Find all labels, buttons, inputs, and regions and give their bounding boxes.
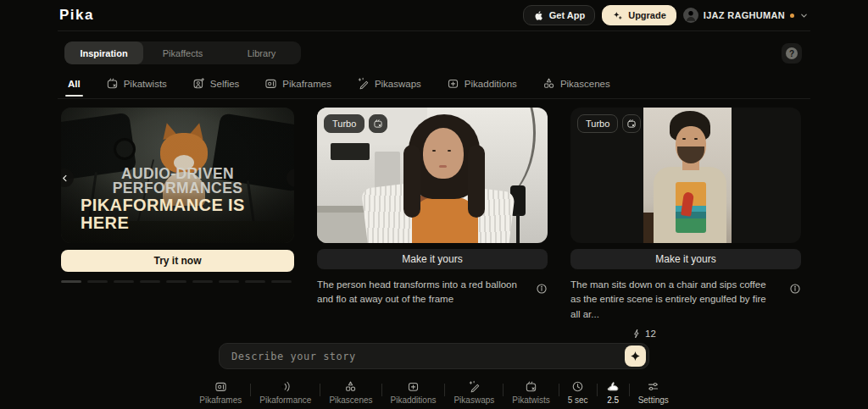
carousel-dot[interactable] — [245, 280, 265, 283]
eyes-3 — [682, 138, 686, 140]
filter-divider — [58, 98, 810, 99]
selfies-icon — [192, 77, 205, 90]
add-image-button[interactable] — [603, 350, 616, 363]
pikatwists-badge-icon — [369, 114, 387, 133]
example-card-1: Turbo Make it yours The person head tran… — [317, 108, 548, 339]
carousel-dot[interactable] — [61, 280, 81, 283]
example-description: The man sits down on a chair and sips co… — [570, 278, 772, 322]
user-name: IJAZ RAGHUMAN — [704, 10, 785, 20]
example-video-1[interactable]: Turbo — [317, 108, 548, 243]
carousel-dot[interactable] — [114, 280, 134, 283]
tool-pikascenes[interactable]: Pikascenes — [320, 379, 381, 406]
carousel-dot[interactable] — [87, 280, 108, 283]
lips — [439, 165, 447, 168]
make-it-yours-button[interactable]: Make it yours — [317, 249, 548, 269]
example-video-2[interactable]: Turbo — [570, 108, 801, 243]
tool-pikadditions[interactable]: Pikadditions — [382, 379, 445, 406]
inspiration-cards: AUDIO-DRIVEN PERFORMANCES PIKAFORMANCE I… — [61, 108, 810, 339]
example-description: The person head transforms into a red ba… — [317, 278, 519, 307]
generate-button[interactable] — [625, 345, 646, 367]
pika-logo[interactable]: Pika — [59, 7, 94, 24]
model-label: 2.5 — [607, 395, 619, 405]
credits-value: 12 — [645, 329, 656, 339]
example-card-2: Turbo Make it yours The man sits down on… — [570, 108, 801, 339]
tab-library[interactable]: Library — [222, 41, 301, 64]
pikatwists-icon — [106, 77, 119, 90]
duration-label: 5 sec — [568, 395, 588, 405]
carousel-dot[interactable] — [219, 280, 239, 283]
tab-segmented-control: Inspiration Pikaffects Library — [64, 41, 301, 64]
carousel-dot[interactable] — [271, 280, 292, 283]
tab-inspiration[interactable]: Inspiration — [64, 41, 143, 64]
filter-selfies[interactable]: Selfies — [192, 77, 240, 90]
filter-pikatwists-label: Pikatwists — [124, 79, 167, 89]
rabbit-icon — [606, 380, 620, 393]
settings-label: Settings — [638, 395, 669, 405]
credits-cost: 12 — [632, 329, 801, 339]
carousel-dot[interactable] — [140, 280, 160, 283]
carousel-progress-dots[interactable] — [61, 280, 294, 283]
try-it-now-button[interactable]: Try it now — [61, 250, 294, 272]
promo-video-thumbnail[interactable]: AUDIO-DRIVEN PERFORMANCES PIKAFORMANCE I… — [61, 108, 294, 243]
help-button[interactable]: ? — [782, 43, 802, 64]
hair-lock-right — [468, 145, 485, 218]
filter-pikascenes-label: Pikascenes — [560, 79, 610, 89]
carousel-dot[interactable] — [166, 280, 186, 283]
info-icon[interactable] — [789, 283, 801, 295]
floor-lamp-pole — [516, 214, 520, 243]
pikascenes-icon — [344, 380, 357, 393]
tool-pikaframes[interactable]: Pikaframes — [191, 379, 250, 406]
turbo-badge: Turbo — [577, 114, 618, 133]
turbo-badge: Turbo — [324, 114, 364, 133]
filter-pikascenes[interactable]: Pikascenes — [542, 77, 610, 90]
pikadditions-icon — [407, 380, 420, 393]
filter-all[interactable]: All — [68, 79, 81, 89]
get-app-label: Get App — [549, 10, 585, 20]
tool-label: Pikadditions — [391, 395, 437, 405]
story-prompt-input[interactable] — [220, 351, 603, 362]
filter-selfies-label: Selfies — [210, 79, 240, 89]
microwave — [331, 143, 370, 160]
badges-row: Turbo — [324, 114, 387, 133]
upgrade-button[interactable]: Upgrade — [602, 5, 676, 25]
hair-lock-left — [403, 145, 420, 218]
filter-pikaframes[interactable]: Pikaframes — [264, 77, 331, 90]
user-menu[interactable]: IJAZ RAGHUMAN — [683, 8, 809, 23]
promo-headline-line2: PERFORMANCES — [61, 181, 294, 196]
model-selector[interactable]: 2.5 — [598, 379, 629, 406]
promo-headline: AUDIO-DRIVEN PERFORMANCES PIKAFORMANCE I… — [61, 167, 294, 231]
filter-pikatwists[interactable]: Pikatwists — [106, 77, 167, 90]
tool-pikaformance[interactable]: Pikaformance — [251, 379, 320, 406]
info-icon[interactable] — [536, 283, 548, 295]
tool-pikaswaps[interactable]: Pikaswaps — [445, 379, 503, 406]
apple-icon — [533, 10, 544, 21]
description-row: The person head transforms into a red ba… — [317, 278, 548, 307]
filter-pikadditions[interactable]: Pikadditions — [447, 77, 517, 90]
make-it-yours-button[interactable]: Make it yours — [570, 249, 801, 269]
avatar — [683, 8, 698, 23]
main-content: Inspiration Pikaffects Library ? All Pik… — [58, 30, 810, 409]
header-actions: Get App Upgrade IJAZ RAGHUMAN — [523, 5, 809, 25]
tab-pikaffects[interactable]: Pikaffects — [143, 41, 222, 64]
filter-pikaswaps[interactable]: Pikaswaps — [357, 77, 421, 90]
settings-button[interactable]: Settings — [630, 379, 677, 406]
pikaswaps-icon — [468, 380, 481, 393]
filter-bar: All Pikatwists Selfies Pikaframes Pikasw… — [58, 77, 810, 90]
eyes — [432, 150, 436, 152]
sparkle-icon — [612, 10, 623, 21]
description-row: The man sits down on a chair and sips co… — [570, 278, 801, 322]
carousel-dot[interactable] — [192, 280, 213, 283]
sliders-icon — [647, 380, 659, 393]
tool-pikatwists[interactable]: Pikatwists — [504, 379, 558, 406]
pikaframes-icon — [264, 77, 277, 90]
pikaframes-icon — [214, 380, 227, 393]
tab-bar: Inspiration Pikaffects Library ? — [58, 31, 810, 64]
tool-label: Pikaframes — [199, 395, 242, 405]
bottom-toolbar: Pikaframes Pikaformance Pikascenes Pikad… — [58, 379, 810, 406]
badges-row: Turbo — [577, 114, 641, 133]
duration-selector[interactable]: 5 sec — [559, 379, 597, 406]
face — [423, 128, 464, 179]
filter-pikaframes-label: Pikaframes — [282, 79, 331, 89]
tool-label: Pikaswaps — [453, 395, 494, 405]
get-app-button[interactable]: Get App — [523, 5, 595, 25]
